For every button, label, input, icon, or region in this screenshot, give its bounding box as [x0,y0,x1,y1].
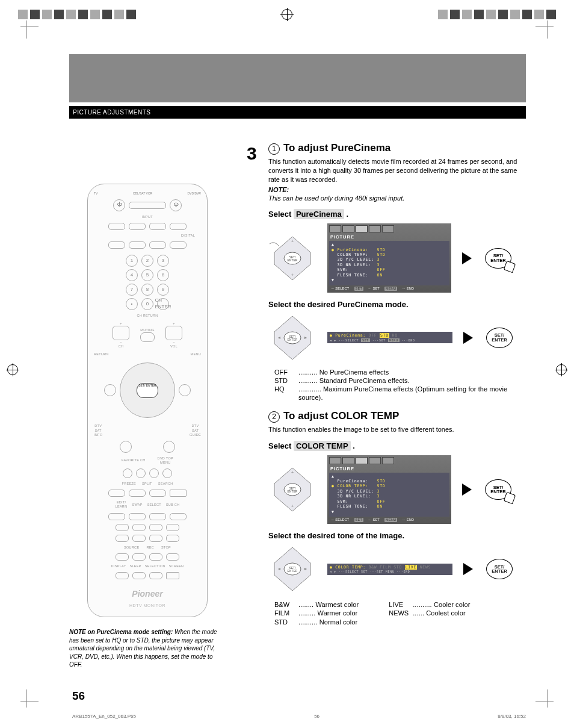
select-label: Select [268,441,291,450]
osd-footer: ··· SELECTSET··· SETMENU··· END [329,517,449,522]
remote-label: REC [146,546,154,550]
svg-text:►: ► [304,567,308,571]
section-heading: 1 To adjust PureCinema [268,142,526,155]
remote-button [170,223,187,230]
right-column: 3 1 To adjust PureCinema This function a… [241,142,526,692]
remote-label: DVD/DVR [187,191,201,196]
remote-button [116,553,129,561]
remote-button [129,490,146,497]
ui-row: SET/ENTER◄► ● COLOR TEMP: B&W FILM STD L… [268,545,526,593]
remote-label: FREEZE [122,482,136,486]
header-bar [69,54,526,102]
osd-body: ▲ PureCinema: STD● COLOR TEMP: STD 3D Y/… [329,473,449,517]
remote-label: CH [113,344,129,349]
definition-list: B&W ........ Warmest colorFILM .........… [274,600,359,626]
registration-mark-left [7,364,18,375]
remote-label: FAVORITE CH [122,458,146,462]
remote-button [129,241,146,249]
osd-menu: PICTURE ▲ PureCinema: STD● COLOR TEMP: S… [327,455,451,524]
remote-button [132,572,146,579]
set-enter-button-icon: SET/ENTER [485,248,511,269]
remote-label: CBL/SAT VCR [133,191,152,196]
note-text: This can be used only during 480i signal… [268,194,526,202]
strip-label: COLOR TEMP: [335,565,366,570]
svg-text:+: + [291,238,294,244]
numpad: 123456789•0CH ENTER [126,255,169,310]
select-item: PureCinema [294,209,344,219]
registration-marks-top [0,7,574,22]
remote-label: SELECT [147,503,161,507]
mode-slider [129,202,166,209]
content: TV CBL/SAT VCR DVD/DVR ⏻⏻ INPUT DIGITAL … [69,142,526,692]
size-button [166,572,179,579]
remote-button [129,223,146,230]
arrow-right-icon [463,332,475,344]
remote-button [120,441,132,453]
remote-control-illustration: TV CBL/SAT VCR DVD/DVR ⏻⏻ INPUT DIGITAL … [87,184,208,617]
ui-row: SET/ENTER◄► ● PureCinema: OFF STD HQ ◄ ►… [268,314,526,362]
remote-label: DIGITAL [181,234,195,238]
osd-tab-icon [382,225,394,232]
osd-body: ▲● PureCinema: STD COLOR TEMP: STD 3D Y/… [329,241,449,285]
footer-pn: 56 [314,714,319,720]
ui-row: SET/ENTER++ PICTURE ▲ PureCinema: STD● C… [268,455,526,524]
osd-menu: PICTURE ▲● PureCinema: STD COLOR TEMP: S… [327,223,451,292]
definition-list: LIVE .......... Cooler colorNEWS ...... … [389,600,470,626]
svg-text:ENTER: ENTER [288,569,298,573]
transport-button [149,535,162,542]
crop-mark [20,689,39,708]
osd-tab-icon [369,225,381,232]
arrow-right-icon [462,484,474,496]
remote-label: SEARCH [158,482,173,486]
osd-tab-icon [382,457,394,464]
crop-mark [20,20,39,39]
remote-button [108,223,125,230]
remote-button [132,553,146,561]
remote-button [149,572,162,579]
remote-label: SCREEN [169,564,184,568]
remote-button [166,553,179,561]
set-enter-button: SET/ ENTER [137,383,158,398]
svg-text:◄: ◄ [277,567,282,571]
svg-text:+: + [291,470,294,475]
remote-button [108,241,125,249]
select-label: Select [268,210,291,219]
remote-button [108,513,125,520]
osd-footer: ··· SELECTSET··· SETMENU··· END [329,285,449,291]
osd-tab-icon [342,225,354,232]
transport-button [116,524,129,531]
remote-button [162,468,172,478]
select-instruction: Select COLOR TEMP . [268,441,526,452]
remote-button [149,468,159,478]
dpad-illustration: SET/ENTER++ [268,234,316,282]
note-block: NOTE on PureCinema mode setting: When th… [69,628,226,669]
dpad-nav: SET/ ENTER [120,362,175,418]
numpad-button: 5 [141,269,153,281]
numpad-button: 9 [157,284,169,296]
section-title: To adjust COLOR TEMP [283,409,399,423]
remote-button [149,553,162,561]
numpad-button: 4 [126,269,138,281]
set-enter-button-icon: SET/ENTER [485,479,511,500]
remote-label: MENU [191,352,201,356]
numpad-button: • [126,298,138,310]
osd-tab-icon [356,225,368,232]
remote-label: DVD TOP MENU [158,456,173,465]
arrow-right-icon [462,252,474,264]
numpad-button: 3 [157,255,169,267]
remote-label: VOL [165,344,182,349]
left-column: TV CBL/SAT VCR DVD/DVR ⏻⏻ INPUT DIGITAL … [69,142,226,692]
circled-number-icon: 1 [268,143,280,155]
osd-title: PICTURE [329,465,449,473]
definition-list: OFF .......... No PureCinema effectsSTD … [274,368,526,402]
remote-label: SUB CH [166,503,180,507]
brand-logo: Pioneer [132,588,162,599]
numpad-button: 7 [126,284,138,296]
set-enter-button-icon: SET/ENTER [486,328,513,348]
remote-button [129,513,146,520]
osd-strip: ● COLOR TEMP: B&W FILM STD LIVE NEWS ◄ ►… [327,564,452,575]
transport-button [132,535,146,542]
numpad-button: CH ENTER [157,298,169,310]
section-description: This function automatically detects movi… [268,157,526,184]
osd-tab-icon [342,457,354,464]
